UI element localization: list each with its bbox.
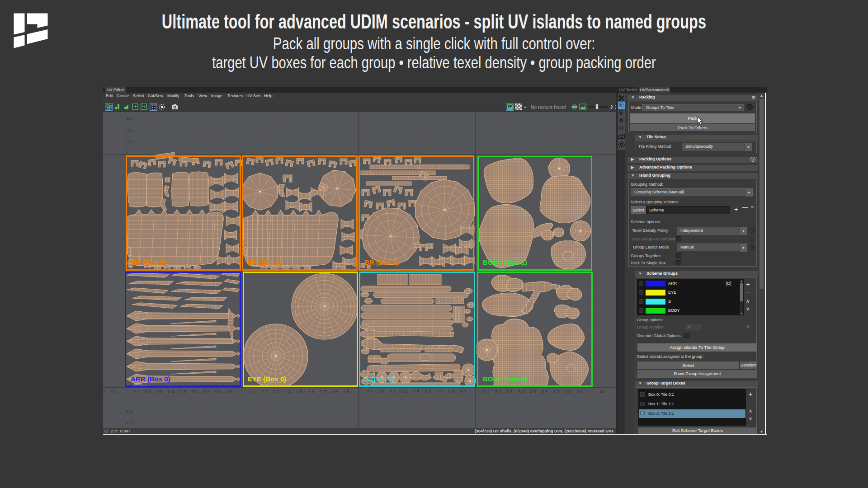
svg-text:3.4: 3.4 — [518, 389, 524, 394]
svg-text:2.7: 2.7 — [437, 389, 443, 394]
svg-text:1.5: 1.5 — [297, 389, 302, 394]
svg-text:BODY (Box 1): BODY (Box 1) — [483, 258, 527, 266]
svg-text:1.1: 1.1 — [250, 389, 256, 394]
svg-text:0.6: 0.6 — [192, 389, 198, 394]
svg-text:S (Box 0): S (Box 0) — [365, 375, 394, 383]
svg-text:2.1: 2.1 — [367, 389, 373, 394]
svg-text:1.6: 1.6 — [308, 389, 314, 394]
svg-text:BR (Box 0): BR (Box 0) — [131, 258, 166, 266]
svg-text:3.2: 3.2 — [495, 389, 501, 394]
svg-text:0.4: 0.4 — [168, 389, 174, 394]
svg-text:1.4: 1.4 — [285, 389, 291, 394]
svg-text:BR (Box 1): BR (Box 1) — [247, 258, 282, 266]
svg-text:3.3: 3.3 — [506, 389, 512, 394]
svg-text:-0.1: -0.1 — [110, 389, 117, 394]
svg-text:2.1: 2.1 — [127, 139, 132, 144]
svg-text:3.7: 3.7 — [553, 389, 559, 394]
svg-text:0.7: 0.7 — [203, 389, 209, 394]
svg-text:-0.2: -0.2 — [103, 389, 105, 394]
svg-text:2.3: 2.3 — [127, 116, 132, 121]
svg-text:4.1: 4.1 — [600, 389, 606, 394]
svg-text:2: 2 — [127, 149, 129, 154]
svg-text:EYE (Box 0): EYE (Box 0) — [248, 375, 286, 383]
svg-text:-0.1: -0.1 — [126, 408, 133, 413]
svg-text:2.2: 2.2 — [127, 127, 132, 132]
svg-text:0.3: 0.3 — [156, 389, 162, 394]
svg-text:BODY (Box 0): BODY (Box 0) — [483, 375, 527, 383]
svg-text:2.8: 2.8 — [448, 389, 454, 394]
svg-text:1.8: 1.8 — [331, 389, 337, 394]
svg-text:1.2: 1.2 — [262, 389, 268, 394]
svg-text:3.1: 3.1 — [483, 389, 489, 394]
svg-text:-0.2: -0.2 — [126, 420, 133, 425]
svg-text:3.5: 3.5 — [530, 389, 536, 394]
svg-text:2.9: 2.9 — [460, 389, 466, 394]
svg-text:ARR (Box 0): ARR (Box 0) — [131, 375, 170, 383]
svg-text:1.9: 1.9 — [343, 389, 349, 394]
svg-text:2.3: 2.3 — [390, 389, 396, 394]
svg-text:1.3: 1.3 — [273, 389, 279, 394]
svg-text:RGB: RGB — [572, 106, 577, 108]
svg-text:0.9: 0.9 — [226, 389, 232, 394]
svg-text:2.4: 2.4 — [401, 389, 407, 394]
svg-text:0.1: 0.1 — [133, 389, 139, 394]
svg-text:2.2: 2.2 — [378, 389, 384, 394]
svg-text:0.5: 0.5 — [180, 389, 186, 394]
svg-text:2.6: 2.6 — [425, 389, 431, 394]
svg-text:3.9: 3.9 — [576, 389, 582, 394]
svg-text:0.8: 0.8 — [215, 389, 221, 394]
svg-text:2.5: 2.5 — [413, 389, 419, 394]
svg-text:3.8: 3.8 — [565, 389, 571, 394]
svg-text:BR (Box 2): BR (Box 2) — [364, 258, 399, 266]
svg-text:3.6: 3.6 — [542, 389, 547, 394]
svg-text:0.2: 0.2 — [145, 389, 151, 394]
svg-text:1.7: 1.7 — [320, 389, 326, 394]
